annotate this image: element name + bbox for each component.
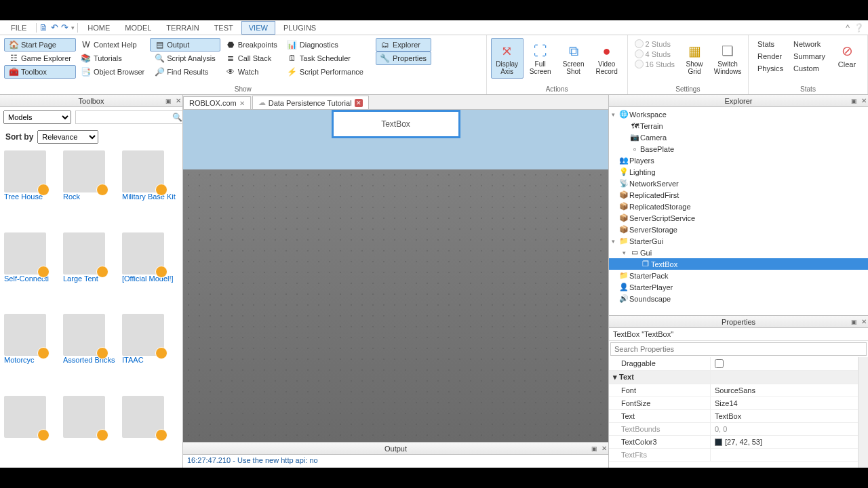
btn-call-stack[interactable]: ≣Call Stack [221, 52, 282, 65]
tree-node[interactable]: ▾🌐Workspace [609, 108, 868, 120]
tree-node[interactable]: 👥Players [609, 155, 868, 166]
tree-node[interactable]: 📷Camera [609, 131, 868, 143]
btn-display-axis[interactable]: ⤧Display Axis [491, 38, 524, 79]
btn-tutorials[interactable]: 📚Tutorials [77, 52, 149, 65]
menu-plugins[interactable]: PLUGINS [277, 22, 323, 34]
toolbox-item[interactable]: [Official Model!] [122, 232, 178, 309]
menu-file[interactable]: FILE [4, 22, 33, 34]
btn-render[interactable]: Render [753, 50, 788, 62]
tree-node[interactable]: 🔊Soundscape [609, 293, 868, 304]
toolbox-item[interactable]: Self-Connecti [4, 232, 60, 309]
menu-home[interactable]: HOME [81, 22, 117, 34]
close-icon[interactable]: ✕ [176, 97, 181, 104]
pin-icon[interactable]: ▣ [591, 445, 597, 452]
btn-start-page[interactable]: 🏠Start Page [4, 38, 76, 52]
toolbox-category-select[interactable]: Models [3, 110, 71, 124]
toolbox-item[interactable]: Rock [63, 150, 119, 227]
btn-game-explorer[interactable]: ☷Game Explorer [4, 52, 76, 65]
property-row[interactable]: FontSizeSize14 [609, 397, 858, 410]
close-icon[interactable]: ✕ [239, 100, 245, 107]
tab-tutorial[interactable]: ☁Data Persistence Tutorial✕ [252, 96, 369, 109]
toolbox-item[interactable]: Military Base Kit [122, 150, 178, 227]
pin-icon[interactable]: ▣ [851, 98, 857, 104]
btn-explorer[interactable]: 🗂Explorer [376, 38, 431, 52]
btn-clear[interactable]: ⊘Clear [831, 38, 863, 75]
properties-search[interactable] [610, 342, 867, 356]
textbox-preview[interactable]: TextBox [332, 110, 460, 138]
explorer-tree[interactable]: ▾🌐Workspace🗺Terrain📷Camera▫BasePlate👥Pla… [609, 107, 868, 315]
tree-node[interactable]: 📦ServerScriptService [609, 212, 868, 224]
toolbox-item[interactable]: Tree House [4, 150, 60, 227]
btn-stats[interactable]: Stats [753, 38, 788, 50]
tree-node[interactable]: ❐TextBox [609, 258, 868, 270]
properties-grid[interactable]: Draggable▾ TextFontSourceSansFontSizeSiz… [609, 357, 858, 468]
btn-summary[interactable]: Summary [789, 50, 830, 62]
menu-terrain[interactable]: TERRAIN [159, 22, 205, 34]
property-row[interactable]: TextBounds0, 0 [609, 423, 858, 436]
btn-video-record[interactable]: ●Video Record [591, 38, 623, 79]
close-icon[interactable]: ✕ [861, 318, 867, 325]
scrollbar[interactable] [858, 357, 868, 468]
btn-breakpoints[interactable]: ⬣Breakpoints [221, 38, 282, 52]
property-row[interactable]: TextColor3[27, 42, 53] [609, 436, 858, 449]
tree-node[interactable]: 📡NetworkServer [609, 178, 868, 189]
close-icon[interactable]: ✕ [601, 445, 607, 452]
btn-watch[interactable]: 👁Watch [221, 65, 282, 79]
tree-node[interactable]: 👤StarterPlayer [609, 281, 868, 293]
toolbox-sort-select[interactable]: Relevance [37, 130, 98, 144]
tree-node[interactable]: 📦ServerStorage [609, 224, 868, 235]
tree-node[interactable]: 🗺Terrain [609, 120, 868, 131]
property-row[interactable]: FontSourceSans [609, 384, 858, 397]
tree-node[interactable]: ▾▭Gui [609, 247, 868, 258]
tree-node[interactable]: 📦ReplicatedStorage [609, 201, 868, 212]
tree-node[interactable]: 📦ReplicatedFirst [609, 189, 868, 201]
btn-physics[interactable]: Physics [753, 62, 788, 75]
undo-icon[interactable]: ↶ [51, 22, 58, 33]
btn-output[interactable]: ▤Output [150, 38, 220, 52]
btn-object-browser[interactable]: 📑Object Browser [77, 65, 149, 79]
property-row[interactable]: TextTextBox [609, 410, 858, 423]
btn-custom[interactable]: Custom [789, 62, 830, 75]
search-icon[interactable]: 🔍 [172, 113, 182, 122]
tree-node[interactable]: ▫BasePlate [609, 143, 868, 155]
property-row[interactable]: Draggable [609, 357, 858, 371]
toolbox-item[interactable] [4, 396, 60, 464]
btn-find-results[interactable]: 🔎Find Results [150, 65, 220, 79]
btn-diagnostics[interactable]: 📊Diagnostics [283, 38, 368, 52]
menu-view[interactable]: VIEW [241, 21, 275, 35]
save-icon[interactable]: 🗎 [39, 22, 48, 33]
btn-screen-shot[interactable]: ⧉Screen Shot [557, 38, 590, 79]
toolbox-item[interactable]: Large Tent [63, 232, 119, 309]
viewport-3d[interactable]: TextBox [183, 110, 608, 442]
btn-script-analysis[interactable]: 🔍Script Analysis [150, 52, 220, 65]
toolbox-item[interactable]: ITAAC [122, 314, 178, 390]
toolbox-item[interactable] [122, 396, 178, 464]
btn-properties[interactable]: 🔧Properties [376, 52, 431, 65]
collapse-ribbon-icon[interactable]: ^ [846, 23, 850, 33]
redo-icon[interactable]: ↷ [61, 22, 68, 33]
btn-network[interactable]: Network [789, 38, 830, 50]
menu-test[interactable]: TEST [208, 22, 240, 34]
btn-full-screen[interactable]: ⛶Full Screen [524, 38, 557, 79]
toolbox-item[interactable]: Motorcyc [4, 314, 60, 390]
pin-icon[interactable]: ▣ [851, 319, 857, 325]
tree-node[interactable]: 💡Lighting [609, 166, 868, 178]
btn-task-scheduler[interactable]: 🗓Task Scheduler [283, 52, 368, 65]
close-icon[interactable]: ✕ [861, 97, 867, 104]
tab-roblox[interactable]: ROBLOX.com✕ [183, 96, 251, 109]
toolbox-item[interactable] [63, 396, 119, 464]
toolbox-search[interactable]: 🔍 [75, 110, 186, 124]
btn-script-perf[interactable]: ⚡Script Performance [283, 65, 368, 79]
btn-show-grid[interactable]: ▦Show Grid [678, 38, 711, 79]
help-icon[interactable]: ❔ [854, 23, 864, 33]
menu-model[interactable]: MODEL [118, 22, 158, 34]
btn-context-help[interactable]: WContext Help [77, 38, 149, 52]
btn-toolbox[interactable]: 🧰Toolbox [4, 65, 76, 79]
tree-node[interactable]: 📁StarterPack [609, 270, 868, 281]
btn-switch-windows[interactable]: ❏Switch Windows [711, 38, 744, 79]
pin-icon[interactable]: ▣ [165, 98, 172, 104]
close-icon[interactable]: ✕ [355, 99, 363, 107]
property-row[interactable]: TextFits [609, 449, 858, 462]
toolbox-item[interactable]: Assorted Bricks [63, 314, 119, 390]
tree-node[interactable]: ▾📁StarterGui [609, 235, 868, 247]
